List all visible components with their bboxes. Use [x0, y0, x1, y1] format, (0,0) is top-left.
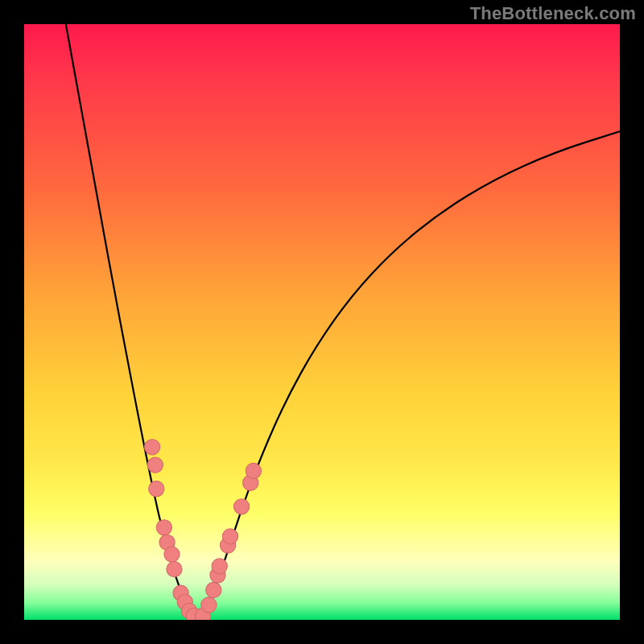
watermark-text: TheBottleneck.com [470, 3, 636, 24]
data-marker [201, 597, 217, 613]
chart-frame: TheBottleneck.com [0, 0, 644, 644]
series-right [203, 131, 620, 617]
data-marker [144, 440, 159, 455]
chart-svg [24, 24, 620, 620]
plot-area [24, 24, 620, 620]
data-marker [156, 520, 171, 535]
data-marker [147, 457, 163, 473]
data-marker [149, 481, 164, 497]
curve-right [203, 131, 620, 617]
markers-group [144, 440, 261, 620]
data-marker [212, 559, 227, 574]
data-marker [164, 547, 180, 562]
data-marker [246, 463, 261, 478]
data-marker [222, 529, 237, 544]
data-marker [206, 582, 221, 597]
data-marker [167, 561, 182, 576]
data-marker [233, 499, 249, 514]
